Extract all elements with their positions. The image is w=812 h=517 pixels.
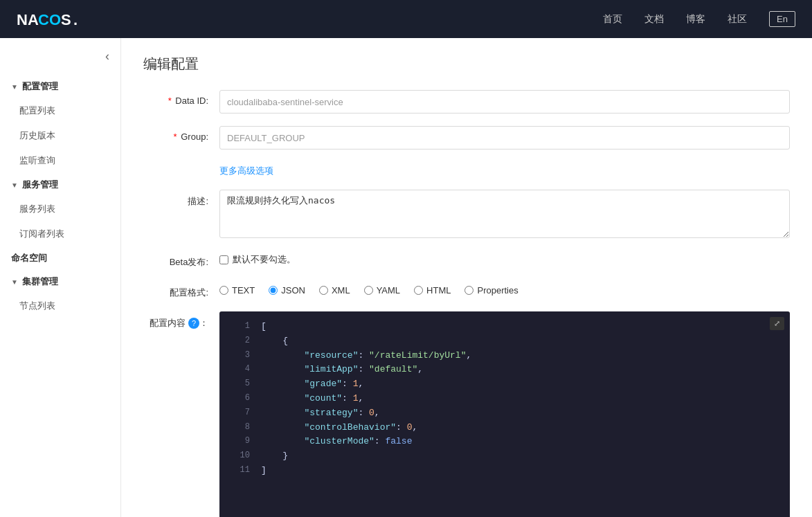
code-line: 7 "strategy": 0, <box>219 406 790 421</box>
beta-checkbox[interactable] <box>219 255 228 264</box>
layout: ‹ ▼ 配置管理 配置列表 历史版本 监听查询 ▼ 服务管理 服务列表 订阅者列… <box>0 38 812 517</box>
svg-text:S: S <box>61 11 71 28</box>
radio-xml[interactable] <box>319 286 328 295</box>
data-id-label: * Data ID: <box>143 90 219 106</box>
code-line: 11] <box>219 464 790 478</box>
fullscreen-button[interactable]: ⤢ <box>770 317 784 330</box>
nav-community[interactable]: 社区 <box>728 13 747 26</box>
nav-blog[interactable]: 博客 <box>686 13 705 26</box>
format-label: 配置格式: <box>143 281 219 299</box>
code-line: 6 "count": 1, <box>219 392 790 406</box>
sidebar-section-cluster[interactable]: ▼ 集群管理 <box>0 270 120 293</box>
sidebar-section-namespace[interactable]: 命名空间 <box>0 246 120 270</box>
radio-html[interactable] <box>414 286 423 295</box>
code-line: 9 "clusterMode": false <box>219 435 790 449</box>
beta-checkbox-wrapper: 默认不要勾选。 <box>219 253 296 266</box>
data-id-row: * Data ID: <box>143 90 790 114</box>
required-star-2: * <box>174 131 177 142</box>
radio-properties[interactable] <box>464 286 473 295</box>
sidebar-section-service[interactable]: ▼ 服务管理 <box>0 173 120 197</box>
logo: NA C O S . <box>17 10 86 29</box>
code-line: 10 } <box>219 449 790 464</box>
code-line: 5 "grade": 1, <box>219 377 790 392</box>
nav-links: 首页 文档 博客 社区 En <box>603 11 795 27</box>
code-line: 8 "controlBehavior": 0, <box>219 421 790 435</box>
code-line: 4 "limitApp": "default", <box>219 363 790 377</box>
code-editor-wrapper: 1[2 {3 "resource": "/rateLimit/byUrl",4 … <box>219 311 790 517</box>
arrow-icon-2: ▼ <box>11 181 18 189</box>
svg-text:C: C <box>38 11 49 28</box>
sidebar-item-config-list[interactable]: 配置列表 <box>0 98 120 123</box>
sidebar-toggle[interactable]: ‹ <box>0 49 120 75</box>
sidebar: ‹ ▼ 配置管理 配置列表 历史版本 监听查询 ▼ 服务管理 服务列表 订阅者列… <box>0 38 121 517</box>
nav-home[interactable]: 首页 <box>603 13 622 26</box>
sidebar-item-history[interactable]: 历史版本 <box>0 123 120 148</box>
sidebar-item-listen-query[interactable]: 监听查询 <box>0 148 120 173</box>
more-options-row: 更多高级选项 <box>143 162 790 177</box>
config-content-row: 配置内容 ?： 1[2 {3 "resource": "/rateLimit/b… <box>143 311 790 517</box>
radio-yaml[interactable] <box>364 286 373 295</box>
svg-text:NA: NA <box>17 11 39 28</box>
format-row: 配置格式: TEXT JSON XML YAML <box>143 281 790 299</box>
group-row: * Group: <box>143 126 790 149</box>
beta-label: Beta发布: <box>143 251 219 269</box>
beta-row: Beta发布: 默认不要勾选。 <box>143 251 790 269</box>
radio-json[interactable] <box>269 286 278 295</box>
arrow-icon-3: ▼ <box>11 278 18 286</box>
description-row: 描述: 限流规则持久化写入nacos <box>143 190 790 238</box>
sidebar-item-node-list[interactable]: 节点列表 <box>0 293 120 318</box>
code-line: 2 { <box>219 334 790 349</box>
format-properties[interactable]: Properties <box>464 285 518 296</box>
format-json[interactable]: JSON <box>269 285 305 296</box>
beta-checkbox-label: 默认不要勾选。 <box>233 253 296 266</box>
format-text[interactable]: TEXT <box>219 285 255 296</box>
description-label: 描述: <box>143 190 219 208</box>
page-title: 编辑配置 <box>143 55 790 73</box>
svg-text:.: . <box>73 11 78 28</box>
more-options-link[interactable]: 更多高级选项 <box>219 162 273 177</box>
group-label: * Group: <box>143 126 219 142</box>
nav-docs[interactable]: 文档 <box>644 13 664 26</box>
code-line: 1[ <box>219 320 790 334</box>
sidebar-item-service-list[interactable]: 服务列表 <box>0 197 120 221</box>
description-textarea[interactable]: 限流规则持久化写入nacos <box>219 190 790 238</box>
arrow-icon: ▼ <box>11 83 18 91</box>
main-content: 编辑配置 * Data ID: * Group: 更多高级选项 描述: 限流规则… <box>121 38 812 517</box>
format-html[interactable]: HTML <box>414 285 451 296</box>
radio-group: TEXT JSON XML YAML HTML <box>219 285 518 296</box>
data-id-input[interactable] <box>219 90 790 114</box>
content-label: 配置内容 ?： <box>143 311 219 329</box>
sidebar-section-config[interactable]: ▼ 配置管理 <box>0 75 120 98</box>
format-yaml[interactable]: YAML <box>364 285 400 296</box>
required-star: * <box>168 96 172 106</box>
code-editor[interactable]: 1[2 {3 "resource": "/rateLimit/byUrl",4 … <box>219 311 790 517</box>
group-input[interactable] <box>219 126 790 149</box>
top-nav: NA C O S . 首页 文档 博客 社区 En <box>0 0 812 38</box>
lang-switcher[interactable]: En <box>769 11 795 27</box>
sidebar-item-subscriber-list[interactable]: 订阅者列表 <box>0 221 120 246</box>
format-xml[interactable]: XML <box>319 285 350 296</box>
svg-text:O: O <box>49 11 61 28</box>
radio-text[interactable] <box>219 286 228 295</box>
code-line: 3 "resource": "/rateLimit/byUrl", <box>219 349 790 363</box>
help-icon[interactable]: ? <box>188 318 199 329</box>
